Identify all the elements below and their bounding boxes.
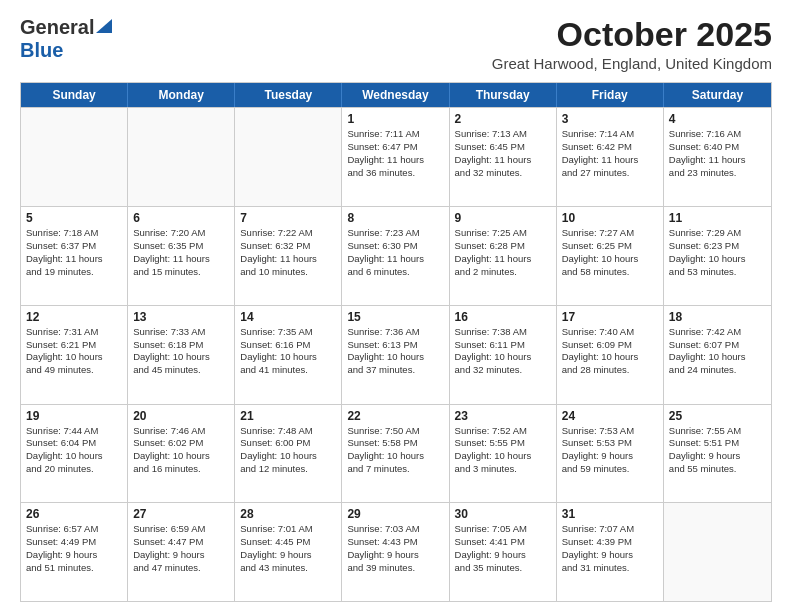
day-info: Sunrise: 7:27 AM Sunset: 6:25 PM Dayligh… <box>562 227 658 278</box>
day-info: Sunrise: 7:31 AM Sunset: 6:21 PM Dayligh… <box>26 326 122 377</box>
day-number: 31 <box>562 507 658 521</box>
day-info: Sunrise: 7:40 AM Sunset: 6:09 PM Dayligh… <box>562 326 658 377</box>
logo-line1: General <box>20 16 112 39</box>
day-number: 4 <box>669 112 766 126</box>
day-number: 2 <box>455 112 551 126</box>
day-number: 23 <box>455 409 551 423</box>
day-info: Sunrise: 7:03 AM Sunset: 4:43 PM Dayligh… <box>347 523 443 574</box>
calendar-cell-13: 13Sunrise: 7:33 AM Sunset: 6:18 PM Dayli… <box>128 306 235 404</box>
month-title: October 2025 <box>492 16 772 53</box>
calendar-cell-1: 1Sunrise: 7:11 AM Sunset: 6:47 PM Daylig… <box>342 108 449 206</box>
header-day-saturday: Saturday <box>664 83 771 107</box>
day-info: Sunrise: 7:53 AM Sunset: 5:53 PM Dayligh… <box>562 425 658 476</box>
day-info: Sunrise: 7:50 AM Sunset: 5:58 PM Dayligh… <box>347 425 443 476</box>
calendar-cell-5: 5Sunrise: 7:18 AM Sunset: 6:37 PM Daylig… <box>21 207 128 305</box>
day-number: 15 <box>347 310 443 324</box>
calendar-cell-6: 6Sunrise: 7:20 AM Sunset: 6:35 PM Daylig… <box>128 207 235 305</box>
day-number: 9 <box>455 211 551 225</box>
calendar-cell-8: 8Sunrise: 7:23 AM Sunset: 6:30 PM Daylig… <box>342 207 449 305</box>
day-info: Sunrise: 7:25 AM Sunset: 6:28 PM Dayligh… <box>455 227 551 278</box>
calendar-row-3: 12Sunrise: 7:31 AM Sunset: 6:21 PM Dayli… <box>21 305 771 404</box>
day-info: Sunrise: 7:07 AM Sunset: 4:39 PM Dayligh… <box>562 523 658 574</box>
day-info: Sunrise: 7:05 AM Sunset: 4:41 PM Dayligh… <box>455 523 551 574</box>
day-number: 30 <box>455 507 551 521</box>
header-day-tuesday: Tuesday <box>235 83 342 107</box>
day-number: 14 <box>240 310 336 324</box>
calendar-row-5: 26Sunrise: 6:57 AM Sunset: 4:49 PM Dayli… <box>21 502 771 601</box>
day-info: Sunrise: 7:48 AM Sunset: 6:00 PM Dayligh… <box>240 425 336 476</box>
day-info: Sunrise: 7:36 AM Sunset: 6:13 PM Dayligh… <box>347 326 443 377</box>
day-info: Sunrise: 7:46 AM Sunset: 6:02 PM Dayligh… <box>133 425 229 476</box>
calendar-cell-26: 26Sunrise: 6:57 AM Sunset: 4:49 PM Dayli… <box>21 503 128 601</box>
logo: General Blue <box>20 16 112 62</box>
header-day-wednesday: Wednesday <box>342 83 449 107</box>
day-number: 3 <box>562 112 658 126</box>
calendar-cell-14: 14Sunrise: 7:35 AM Sunset: 6:16 PM Dayli… <box>235 306 342 404</box>
calendar-cell-22: 22Sunrise: 7:50 AM Sunset: 5:58 PM Dayli… <box>342 405 449 503</box>
day-info: Sunrise: 7:52 AM Sunset: 5:55 PM Dayligh… <box>455 425 551 476</box>
calendar-body: 1Sunrise: 7:11 AM Sunset: 6:47 PM Daylig… <box>21 107 771 601</box>
calendar-cell-21: 21Sunrise: 7:48 AM Sunset: 6:00 PM Dayli… <box>235 405 342 503</box>
calendar-row-1: 1Sunrise: 7:11 AM Sunset: 6:47 PM Daylig… <box>21 107 771 206</box>
title-area: October 2025 Great Harwood, England, Uni… <box>492 16 772 72</box>
day-info: Sunrise: 7:20 AM Sunset: 6:35 PM Dayligh… <box>133 227 229 278</box>
day-info: Sunrise: 7:22 AM Sunset: 6:32 PM Dayligh… <box>240 227 336 278</box>
day-number: 1 <box>347 112 443 126</box>
day-info: Sunrise: 7:35 AM Sunset: 6:16 PM Dayligh… <box>240 326 336 377</box>
page: General Blue October 2025 Great Harwood,… <box>0 0 792 612</box>
day-number: 8 <box>347 211 443 225</box>
calendar-cell-12: 12Sunrise: 7:31 AM Sunset: 6:21 PM Dayli… <box>21 306 128 404</box>
calendar-cell-empty-0 <box>21 108 128 206</box>
logo-line2: Blue <box>20 39 63 62</box>
day-info: Sunrise: 7:38 AM Sunset: 6:11 PM Dayligh… <box>455 326 551 377</box>
day-number: 11 <box>669 211 766 225</box>
day-number: 24 <box>562 409 658 423</box>
day-number: 17 <box>562 310 658 324</box>
calendar-cell-29: 29Sunrise: 7:03 AM Sunset: 4:43 PM Dayli… <box>342 503 449 601</box>
header-day-friday: Friday <box>557 83 664 107</box>
calendar-cell-7: 7Sunrise: 7:22 AM Sunset: 6:32 PM Daylig… <box>235 207 342 305</box>
day-info: Sunrise: 7:33 AM Sunset: 6:18 PM Dayligh… <box>133 326 229 377</box>
day-info: Sunrise: 7:16 AM Sunset: 6:40 PM Dayligh… <box>669 128 766 179</box>
calendar-cell-19: 19Sunrise: 7:44 AM Sunset: 6:04 PM Dayli… <box>21 405 128 503</box>
calendar-row-4: 19Sunrise: 7:44 AM Sunset: 6:04 PM Dayli… <box>21 404 771 503</box>
day-number: 22 <box>347 409 443 423</box>
day-number: 12 <box>26 310 122 324</box>
day-number: 10 <box>562 211 658 225</box>
calendar-cell-15: 15Sunrise: 7:36 AM Sunset: 6:13 PM Dayli… <box>342 306 449 404</box>
day-info: Sunrise: 7:44 AM Sunset: 6:04 PM Dayligh… <box>26 425 122 476</box>
day-info: Sunrise: 7:55 AM Sunset: 5:51 PM Dayligh… <box>669 425 766 476</box>
day-number: 6 <box>133 211 229 225</box>
day-number: 29 <box>347 507 443 521</box>
calendar-cell-18: 18Sunrise: 7:42 AM Sunset: 6:07 PM Dayli… <box>664 306 771 404</box>
calendar-cell-2: 2Sunrise: 7:13 AM Sunset: 6:45 PM Daylig… <box>450 108 557 206</box>
day-number: 27 <box>133 507 229 521</box>
header: General Blue October 2025 Great Harwood,… <box>20 16 772 72</box>
day-number: 20 <box>133 409 229 423</box>
calendar-header: SundayMondayTuesdayWednesdayThursdayFrid… <box>21 83 771 107</box>
calendar-row-2: 5Sunrise: 7:18 AM Sunset: 6:37 PM Daylig… <box>21 206 771 305</box>
day-number: 28 <box>240 507 336 521</box>
calendar-cell-23: 23Sunrise: 7:52 AM Sunset: 5:55 PM Dayli… <box>450 405 557 503</box>
calendar-cell-24: 24Sunrise: 7:53 AM Sunset: 5:53 PM Dayli… <box>557 405 664 503</box>
calendar-cell-20: 20Sunrise: 7:46 AM Sunset: 6:02 PM Dayli… <box>128 405 235 503</box>
day-info: Sunrise: 7:14 AM Sunset: 6:42 PM Dayligh… <box>562 128 658 179</box>
calendar-cell-17: 17Sunrise: 7:40 AM Sunset: 6:09 PM Dayli… <box>557 306 664 404</box>
calendar-cell-25: 25Sunrise: 7:55 AM Sunset: 5:51 PM Dayli… <box>664 405 771 503</box>
calendar-cell-4: 4Sunrise: 7:16 AM Sunset: 6:40 PM Daylig… <box>664 108 771 206</box>
header-day-sunday: Sunday <box>21 83 128 107</box>
calendar-cell-27: 27Sunrise: 6:59 AM Sunset: 4:47 PM Dayli… <box>128 503 235 601</box>
day-info: Sunrise: 7:42 AM Sunset: 6:07 PM Dayligh… <box>669 326 766 377</box>
day-info: Sunrise: 7:29 AM Sunset: 6:23 PM Dayligh… <box>669 227 766 278</box>
calendar-cell-10: 10Sunrise: 7:27 AM Sunset: 6:25 PM Dayli… <box>557 207 664 305</box>
day-number: 19 <box>26 409 122 423</box>
day-number: 13 <box>133 310 229 324</box>
day-number: 21 <box>240 409 336 423</box>
day-number: 16 <box>455 310 551 324</box>
logo-general: General <box>20 16 94 39</box>
day-info: Sunrise: 6:57 AM Sunset: 4:49 PM Dayligh… <box>26 523 122 574</box>
day-info: Sunrise: 7:11 AM Sunset: 6:47 PM Dayligh… <box>347 128 443 179</box>
calendar-cell-9: 9Sunrise: 7:25 AM Sunset: 6:28 PM Daylig… <box>450 207 557 305</box>
calendar-cell-28: 28Sunrise: 7:01 AM Sunset: 4:45 PM Dayli… <box>235 503 342 601</box>
day-number: 26 <box>26 507 122 521</box>
